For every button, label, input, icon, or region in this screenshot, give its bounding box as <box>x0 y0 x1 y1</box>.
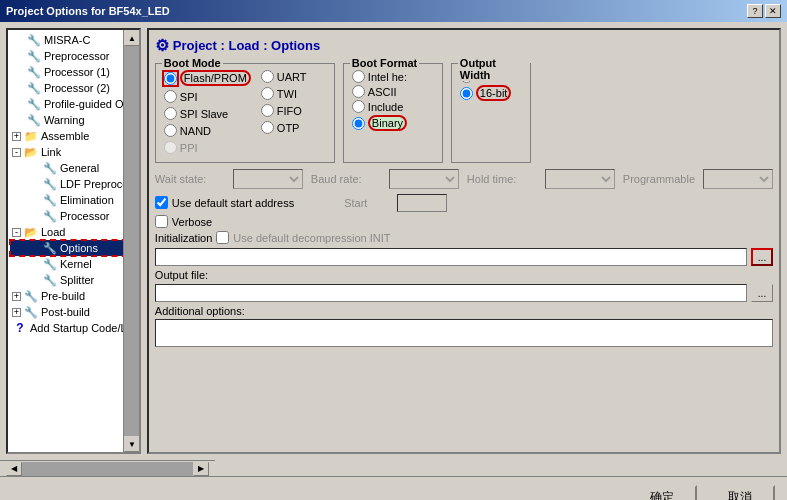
gear-icon: 🔧 <box>42 193 58 207</box>
programmable-value-input[interactable]: 0x0 <box>397 194 447 212</box>
radio-binary-input[interactable] <box>352 117 365 130</box>
tree-item-assemble[interactable]: + 📁 Assemble <box>10 128 137 144</box>
tree-item-post-build[interactable]: + 🔧 Post-build <box>10 304 137 320</box>
radio-flash-prom-input[interactable] <box>164 72 177 85</box>
h-scroll-right-button[interactable]: ▶ <box>193 462 209 476</box>
title-bar: Project Options for BF54x_LED ? ✕ <box>0 0 787 22</box>
radio-include[interactable]: Include <box>352 100 434 113</box>
initialization-file-row: ... <box>155 248 773 266</box>
cancel-button[interactable]: 取消 <box>705 485 775 501</box>
title-text: Project Options for BF54x_LED <box>6 5 170 17</box>
gear-icon: 🔧 <box>26 49 42 63</box>
help-button[interactable]: ? <box>747 4 763 18</box>
radio-ascii-input[interactable] <box>352 85 365 98</box>
gear-icon: 🔧 <box>23 305 39 319</box>
programmable-label: Programmable <box>623 173 695 185</box>
boot-mode-col1: Flash/PROM SPI SPI Slave <box>164 68 251 156</box>
tree-item-link-ldf[interactable]: 🔧 LDF Preprocessing <box>10 176 137 192</box>
tree-item-load-kernel[interactable]: 🔧 Kernel <box>10 256 137 272</box>
tree-item-pre-build[interactable]: + 🔧 Pre-build <box>10 288 137 304</box>
radio-binary[interactable]: Binary <box>352 115 434 131</box>
tree-item-add-startup[interactable]: ? Add Startup Code/LDF <box>10 320 137 336</box>
tree-label-load-splitter: Splitter <box>60 274 94 286</box>
use-default-start-label: Use default start address <box>172 197 294 209</box>
tree-item-misra-c[interactable]: 🔧 MISRA-C <box>10 32 137 48</box>
expand-icon[interactable]: + <box>12 132 21 141</box>
radio-intel-hex[interactable]: Intel he: <box>352 70 434 83</box>
gear-icon: 🔧 <box>26 81 42 95</box>
tree-label-link: Link <box>41 146 61 158</box>
radio-ppi-input <box>164 141 177 154</box>
tree-item-load[interactable]: - 📂 Load <box>10 224 137 240</box>
tree-label-warning: Warning <box>44 114 85 126</box>
tree-item-processor2[interactable]: 🔧 Processor (2) <box>10 80 137 96</box>
expand-icon[interactable]: - <box>12 228 21 237</box>
tree-item-link-elimination[interactable]: 🔧 Elimination <box>10 192 137 208</box>
radio-twi-input[interactable] <box>261 87 274 100</box>
form-row-states: Wait state: Baud rate: Hold time: Progra… <box>155 169 773 189</box>
radio-spi[interactable]: SPI <box>164 90 251 103</box>
radio-nand[interactable]: NAND <box>164 124 251 137</box>
output-width-label: Output Width <box>458 57 530 81</box>
radio-uart[interactable]: UART <box>261 70 307 83</box>
scroll-up-button[interactable]: ▲ <box>124 30 140 46</box>
tree-item-link-general[interactable]: 🔧 General <box>10 160 137 176</box>
initialization-browse-button[interactable]: ... <box>751 248 773 266</box>
radio-otp[interactable]: OTP <box>261 121 307 134</box>
programmable-select <box>703 169 773 189</box>
gear-icon: 🔧 <box>42 241 58 255</box>
tree-label-assemble: Assemble <box>41 130 89 142</box>
tree-label-link-general: General <box>60 162 99 174</box>
radio-uart-input[interactable] <box>261 70 274 83</box>
tree-item-processor1[interactable]: 🔧 Processor (1) <box>10 64 137 80</box>
expand-icon[interactable]: + <box>12 292 21 301</box>
decompression-checkbox[interactable] <box>216 231 229 244</box>
gear-icon: 🔧 <box>42 209 58 223</box>
tree-item-profile[interactable]: 🔧 Profile-guided Optimiza <box>10 96 137 112</box>
radio-intel-hex-input[interactable] <box>352 70 365 83</box>
scroll-down-button[interactable]: ▼ <box>124 436 140 452</box>
tree-item-load-options[interactable]: 🔧 Options <box>10 240 137 256</box>
radio-fifo[interactable]: FIFO <box>261 104 307 117</box>
baud-rate-label: Baud rate: <box>311 173 381 185</box>
use-default-start-row[interactable]: Use default start address <box>155 196 294 209</box>
additional-options-input[interactable] <box>155 319 773 347</box>
tree-item-link-processor[interactable]: 🔧 Processor <box>10 208 137 224</box>
gear-icon: 🔧 <box>26 113 42 127</box>
radio-intel-hex-label: Intel he: <box>368 71 407 83</box>
initialization-file-input[interactable] <box>155 248 747 266</box>
expand-icon[interactable]: + <box>12 308 21 317</box>
radio-include-input[interactable] <box>352 100 365 113</box>
verbose-row[interactable]: Verbose <box>155 215 773 228</box>
radio-ascii[interactable]: ASCII <box>352 85 434 98</box>
h-scroll-left-button[interactable]: ◀ <box>6 462 22 476</box>
close-button[interactable]: ✕ <box>765 4 781 18</box>
radio-twi[interactable]: TWI <box>261 87 307 100</box>
wait-state-select <box>233 169 303 189</box>
radio-16bit[interactable]: 16-bit <box>460 85 522 101</box>
radio-otp-input[interactable] <box>261 121 274 134</box>
radio-flash-prom[interactable]: Flash/PROM <box>164 70 251 86</box>
output-file-input[interactable] <box>155 284 747 302</box>
expand-icon[interactable]: - <box>12 148 21 157</box>
tree-item-load-splitter[interactable]: 🔧 Splitter <box>10 272 137 288</box>
radio-nand-input[interactable] <box>164 124 177 137</box>
radio-spi-input[interactable] <box>164 90 177 103</box>
folder-open-icon: 📂 <box>23 225 39 239</box>
tree-item-link[interactable]: - 📂 Link <box>10 144 137 160</box>
ok-button[interactable]: 确定 <box>627 485 697 501</box>
radio-spi-slave[interactable]: SPI Slave <box>164 107 251 120</box>
radio-fifo-input[interactable] <box>261 104 274 117</box>
initialization-row: Initialization Use default decompression… <box>155 231 773 244</box>
radio-spi-slave-input[interactable] <box>164 107 177 120</box>
tree-item-preprocessor[interactable]: 🔧 Preprocessor <box>10 48 137 64</box>
radio-ppi: PPI <box>164 141 251 154</box>
verbose-checkbox[interactable] <box>155 215 168 228</box>
radio-16bit-input[interactable] <box>460 87 473 100</box>
radio-include-label: Include <box>368 101 403 113</box>
output-width-group: Output Width 8-bit 16-bit <box>451 63 531 163</box>
output-browse-button[interactable]: ... <box>751 284 773 302</box>
tree-item-warning[interactable]: 🔧 Warning <box>10 112 137 128</box>
wait-state-label: Wait state: <box>155 173 225 185</box>
use-default-start-checkbox[interactable] <box>155 196 168 209</box>
